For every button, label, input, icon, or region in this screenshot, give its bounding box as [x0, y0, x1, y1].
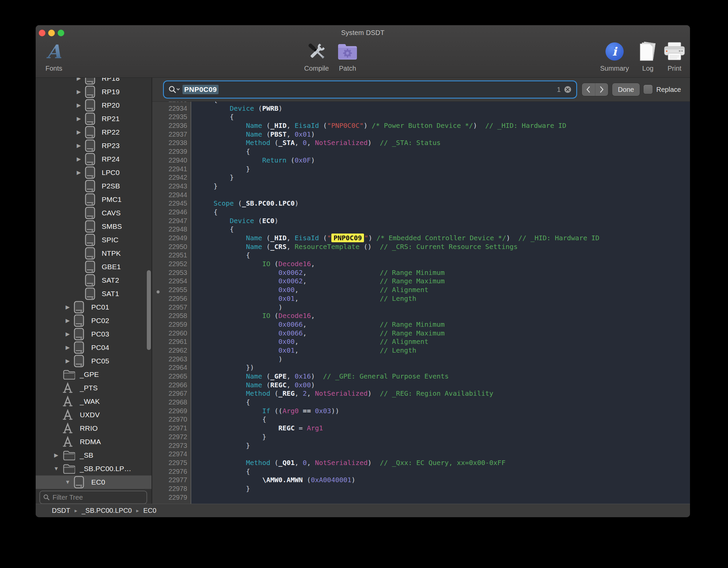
chevron-right-icon[interactable]: ▶ [64, 345, 71, 350]
sidebar-item-uxdv[interactable]: UXDV [36, 408, 152, 422]
sidebar-item-ec0[interactable]: ▼EC0 [36, 475, 152, 489]
sidebar-item-smbs[interactable]: SMBS [36, 220, 152, 233]
chevron-right-icon[interactable]: ▶ [64, 331, 71, 337]
line-number: 22947 [152, 217, 191, 225]
clear-search-button[interactable] [564, 85, 572, 94]
sidebar-item-wak[interactable]: _WAK [36, 395, 152, 408]
method-icon [63, 423, 73, 434]
sidebar-item-sb-pc00-lp[interactable]: ▼_SB.PC00.LP… [36, 462, 152, 475]
sidebar-item-pc05[interactable]: ▶PC05 [36, 354, 152, 368]
sidebar-item-rp19[interactable]: ▶RP19 [36, 85, 152, 99]
code-line-text: Name (PBST, 0x01) [191, 130, 315, 139]
code-line-text: } [191, 485, 250, 493]
sidebar-item-pc03[interactable]: ▶PC03 [36, 327, 152, 341]
sidebar-item-rrio[interactable]: RRIO [36, 422, 152, 435]
chevron-right-icon[interactable]: ▶ [75, 78, 82, 81]
print-icon [663, 40, 686, 63]
next-match-button[interactable] [595, 83, 608, 96]
sidebar-item-p2sb[interactable]: P2SB [36, 179, 152, 193]
line-number: 22963 [152, 355, 191, 364]
sidebar-item-rp20[interactable]: ▶RP20 [36, 99, 152, 112]
sidebar-item-pc02[interactable]: ▶PC02 [36, 314, 152, 327]
chevron-right-icon[interactable]: ▶ [64, 358, 71, 364]
code-line: 22960 0x0066, // Range Maximum [152, 329, 690, 338]
sidebar-item-rp23[interactable]: ▶RP23 [36, 139, 152, 152]
filter-tree-input[interactable]: Filter Tree [39, 491, 147, 504]
sidebar-item-sat2[interactable]: SAT2 [36, 274, 152, 287]
sidebar-item-pts[interactable]: _PTS [36, 381, 152, 395]
sidebar-item-spic[interactable]: SPIC [36, 233, 152, 247]
code-line-text: ) [191, 355, 283, 364]
toolbar-item-log[interactable]: Log [637, 40, 658, 72]
sidebar-scrollbar[interactable] [147, 270, 151, 350]
code-line-text: { [191, 225, 234, 234]
sidebar-item-pc04[interactable]: ▶PC04 [36, 341, 152, 354]
chevron-right-icon[interactable]: ▶ [64, 318, 71, 323]
sidebar-item-gbe1[interactable]: GBE1 [36, 260, 152, 274]
code-line-text [191, 493, 197, 502]
device-icon [74, 301, 84, 314]
code-line: 22972 } [152, 433, 690, 441]
sidebar-item-lpc0[interactable]: ▶LPC0 [36, 166, 152, 179]
sidebar-item-cavs[interactable]: CAVS [36, 206, 152, 220]
code-line-text: } [191, 441, 250, 450]
line-number: 22970 [152, 415, 191, 424]
chevron-right-icon[interactable]: ▶ [75, 103, 82, 108]
device-icon [85, 139, 95, 152]
chevron-down-icon[interactable]: ▼ [53, 466, 60, 471]
sidebar-item-rp18[interactable]: ▶RP18 [36, 78, 152, 85]
sidebar-item-sat1[interactable]: SAT1 [36, 287, 152, 300]
chevron-right-icon[interactable]: ▶ [75, 89, 82, 95]
chevron-right-icon[interactable]: ▶ [53, 453, 60, 458]
done-button[interactable]: Done [612, 83, 640, 96]
toolbar-item-print[interactable]: Print [663, 40, 686, 72]
chevron-right-icon[interactable]: ▶ [64, 305, 71, 310]
code-line-text: If ((Arg0 == 0x03)) [191, 407, 339, 416]
code-line: 22968 { [152, 398, 690, 407]
line-number: 22960 [152, 329, 191, 338]
chevron-right-icon[interactable]: ▶ [75, 130, 82, 135]
device-icon [85, 112, 95, 125]
toolbar-item-label: Compile [304, 65, 329, 72]
toolbar-item-fonts[interactable]: AFonts [45, 40, 62, 72]
toolbar-item-compile[interactable]: Compile [304, 40, 329, 72]
toolbar-item-summary[interactable]: iSummary [600, 40, 629, 72]
tree-item-label: RP22 [102, 128, 120, 136]
sidebar-item-pc01[interactable]: ▶PC01 [36, 300, 152, 314]
code-line: 22964 }) [152, 363, 690, 372]
chevron-right-icon[interactable]: ▶ [75, 143, 82, 148]
chevron-right-icon[interactable]: ▶ [75, 156, 82, 162]
search-input-text[interactable]: PNP0C09 [183, 85, 219, 94]
tree-item-label: SPIC [102, 236, 119, 244]
sidebar-item-gpe[interactable]: _GPE [36, 368, 152, 381]
code-line: 22948 { [152, 225, 690, 234]
chevron-right-icon[interactable]: ▶ [75, 116, 82, 121]
code-editor[interactable]: 22933 {22934 Device (PWRB)22935 {22936 N… [152, 102, 690, 504]
code-line: 22951 { [152, 251, 690, 260]
sidebar-item-sb[interactable]: ▶_SB [36, 449, 152, 462]
sidebar-item-rp22[interactable]: ▶RP22 [36, 126, 152, 139]
toolbar-item-patch[interactable]: Patch [337, 40, 358, 72]
chevron-left-icon [586, 86, 591, 93]
line-number: 22956 [152, 294, 191, 303]
code-line: 22970 { [152, 415, 690, 424]
search-field[interactable]: PNP0C09 1 [164, 82, 576, 97]
device-icon [74, 476, 84, 489]
code-line-text: } [191, 433, 266, 441]
sidebar-item-ntpk[interactable]: NTPK [36, 247, 152, 260]
tree-item-label: RDMA [80, 438, 101, 446]
line-number: 22936 [152, 121, 191, 130]
sidebar-item-rp24[interactable]: ▶RP24 [36, 152, 152, 166]
chevron-down-icon[interactable]: ▼ [64, 480, 71, 485]
code-line-text: Name (_GPE, 0x16) // _GPE: General Purpo… [191, 372, 449, 381]
titlebar: System DSDT AFontsCompilePatchiSummaryLo… [36, 25, 690, 78]
previous-match-button[interactable] [582, 83, 595, 96]
sidebar-item-pmc1[interactable]: PMC1 [36, 193, 152, 206]
chevron-right-icon[interactable]: ▶ [75, 170, 82, 175]
breadcrumb-separator-icon: ▸ [136, 507, 139, 514]
sidebar-item-rdma[interactable]: RDMA [36, 435, 152, 449]
split-handle[interactable] [157, 290, 160, 293]
replace-checkbox[interactable] [643, 85, 653, 94]
line-number: 22946 [152, 208, 191, 217]
sidebar-item-rp21[interactable]: ▶RP21 [36, 112, 152, 126]
